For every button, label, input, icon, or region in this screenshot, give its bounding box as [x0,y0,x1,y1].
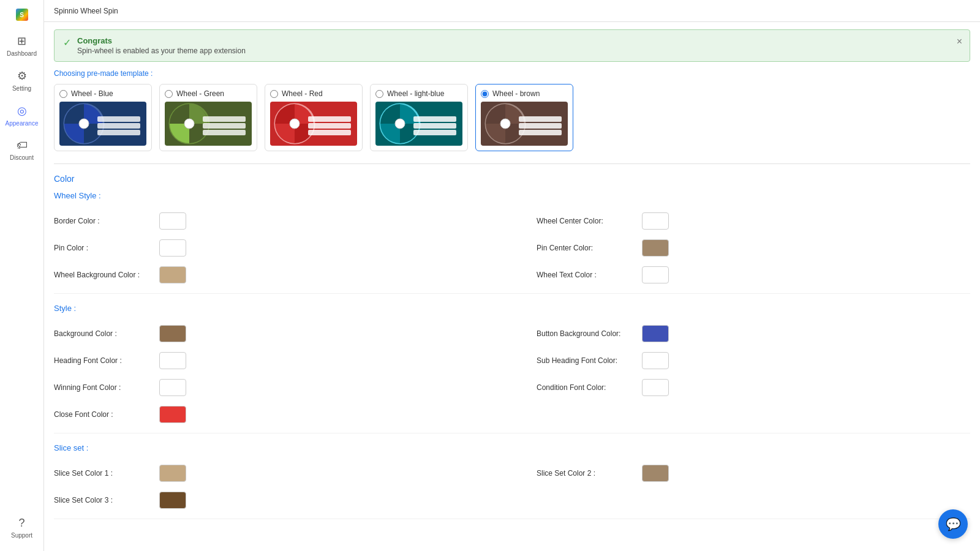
template-preview-red [270,102,357,146]
pin-color-label: Pin Color : [54,244,152,252]
btn-bg-color-label: Button Background Color: [537,329,635,338]
btn-bg-color-row: Button Background Color: [512,320,970,347]
style-label: Style : [54,304,970,313]
wheel-center-color-swatch[interactable] [642,212,669,230]
slice-set-subsection: Slice set : Slice Set Color 1 : Slice Se… [54,443,970,519]
support-chat-button[interactable]: 💬 [938,509,968,539]
pin-color-row: Pin Color : [54,234,512,261]
svg-rect-24 [519,130,562,135]
appearance-icon: ◎ [17,104,27,118]
svg-rect-22 [519,116,562,122]
template-preview-blue [59,102,146,146]
wheel-text-color-label: Wheel Text Color : [537,271,635,279]
svg-rect-8 [203,123,246,129]
color-section: Color Wheel Style : Border Color : Wheel… [54,163,970,519]
slice-color-1-row: Slice Set Color 1 : [54,460,512,487]
sidebar-item-discount[interactable]: 🏷 Discount [2,134,42,166]
template-radio-row-red: Wheel - Red [270,89,357,98]
slice-set-label: Slice set : [54,443,970,452]
svg-point-6 [184,119,194,129]
svg-point-11 [290,119,300,129]
sub-heading-font-color-row: Sub Heading Font Color: [512,347,970,374]
logo-icon: S [16,9,28,21]
dashboard-icon: ⊞ [17,34,26,48]
template-card-red[interactable]: Wheel - Red [265,84,363,151]
template-label-red: Wheel - Red [282,89,323,98]
template-preview-green [165,102,252,146]
style-grid: Background Color : Button Background Col… [54,320,970,428]
btn-bg-color-swatch[interactable] [642,325,669,342]
support-sidebar-icon: ? [18,517,24,530]
template-card-blue[interactable]: Wheel - Blue [54,84,152,151]
svg-rect-18 [413,123,456,129]
template-radio-red[interactable] [270,90,278,98]
wheel-text-color-row: Wheel Text Color : [512,261,970,288]
condition-font-color-swatch[interactable] [642,379,669,396]
bg-color-label: Background Color : [54,329,152,338]
wheel-center-color-row: Wheel Center Color: [512,208,970,234]
slice-color-2-label: Slice Set Color 2 : [537,469,635,478]
template-card-light-blue[interactable]: Wheel - light-blue [370,84,468,151]
wheel-bg-color-swatch[interactable] [159,266,186,283]
slice-color-1-swatch[interactable] [159,465,186,482]
template-section-label: Choosing pre-made template : [54,69,970,78]
heading-font-color-row: Heading Font Color : [54,347,512,374]
template-radio-row-green: Wheel - Green [165,89,252,98]
app-logo: S [13,5,31,24]
wheel-bg-color-row: Wheel Background Color : [54,261,512,288]
border-color-label: Border Color : [54,217,152,225]
winning-font-color-label: Winning Font Color : [54,383,152,392]
bg-color-row: Background Color : [54,320,512,347]
support-chat-icon: 💬 [946,517,961,531]
sidebar-item-dashboard[interactable]: ⊞ Dashboard [2,29,42,62]
alert-content: Congrats Spin-wheel is enabled as your t… [77,36,246,55]
close-font-color-label: Close Font Color : [54,410,152,419]
template-radio-green[interactable] [165,90,173,98]
alert-title: Congrats [77,36,246,45]
alert-subtitle: Spin-wheel is enabled as your theme app … [77,47,246,55]
bg-color-swatch[interactable] [159,325,186,342]
slice-color-2-swatch[interactable] [642,465,669,482]
topbar: Spinnio Wheel Spin [44,0,980,22]
svg-rect-7 [203,116,246,122]
sidebar-item-support[interactable]: ? Support [2,512,42,544]
templates-row: Wheel - Blue [54,84,970,151]
sidebar-item-setting[interactable]: ⚙ Setting [2,64,42,97]
alert-close-button[interactable]: × [957,36,962,47]
condition-font-color-row: Condition Font Color: [512,374,970,401]
template-radio-row-blue: Wheel - Blue [59,89,146,98]
pin-center-color-swatch[interactable] [642,239,669,257]
svg-rect-23 [519,123,562,129]
winning-font-color-swatch[interactable] [159,379,186,396]
slice-set-grid: Slice Set Color 1 : Slice Set Color 2 : … [54,460,970,514]
wheel-text-color-swatch[interactable] [642,266,669,283]
slice-color-3-swatch[interactable] [159,492,186,509]
template-card-green[interactable]: Wheel - Green [159,84,257,151]
template-label-blue: Wheel - Blue [71,89,113,98]
template-section: Choosing pre-made template : Wheel - Blu… [54,69,970,151]
svg-rect-9 [203,130,246,135]
template-radio-brown[interactable] [481,90,489,98]
template-radio-row-brown: Wheel - brown [481,89,568,98]
sidebar: S ⊞ Dashboard ⚙ Setting ◎ Appearance 🏷 D… [0,0,44,551]
svg-rect-14 [308,130,351,135]
close-font-color-row: Close Font Color : [54,401,512,428]
heading-font-color-swatch[interactable] [159,352,186,369]
sub-heading-font-color-swatch[interactable] [642,352,669,369]
template-card-brown[interactable]: Wheel - brown [475,84,573,151]
main-content: Spinnio Wheel Spin ✓ Congrats Spin-wheel… [44,0,980,551]
svg-rect-4 [97,130,140,135]
heading-font-color-label: Heading Font Color : [54,356,152,365]
template-radio-blue[interactable] [59,90,67,98]
svg-point-16 [395,119,405,129]
template-radio-light-blue[interactable] [375,90,383,98]
border-color-swatch[interactable] [159,212,186,230]
svg-rect-12 [308,116,351,122]
wheel-bg-color-label: Wheel Background Color : [54,271,152,279]
pin-color-swatch[interactable] [159,239,186,257]
sidebar-item-appearance[interactable]: ◎ Appearance [2,99,42,132]
wheel-style-grid: Border Color : Wheel Center Color: Pin C… [54,208,970,288]
style-subsection: Style : Background Color : Button Backgr… [54,304,970,433]
close-font-color-swatch[interactable] [159,406,186,423]
template-preview-brown [481,102,568,146]
